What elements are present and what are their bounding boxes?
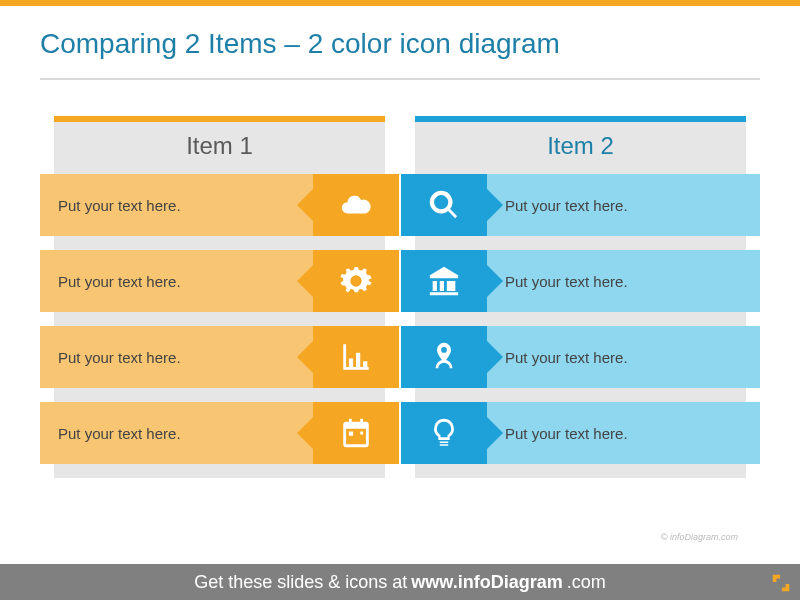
lightbulb-icon	[401, 402, 487, 464]
comparison-content: Item 1 Put your text here. Put your text…	[0, 80, 800, 478]
row-text: Put your text here.	[40, 174, 313, 236]
column-item-2: Item 2 Put your text here. Put your text…	[415, 116, 746, 478]
magnifier-icon	[401, 174, 487, 236]
footer-emphasis: www.infoDiagram	[411, 572, 562, 593]
watermark-text: © infoDiagram.com	[661, 532, 738, 542]
list-item: Put your text here.	[54, 250, 385, 312]
gears-icon	[313, 250, 399, 312]
row-text: Put your text here.	[40, 402, 313, 464]
column-1-rows: Put your text here. Put your text here. …	[54, 174, 385, 464]
cloud-icon	[313, 174, 399, 236]
calendar-icon	[313, 402, 399, 464]
footer-suffix: .com	[567, 572, 606, 593]
list-item: Put your text here.	[415, 402, 746, 464]
row-text: Put your text here.	[487, 402, 760, 464]
list-item: Put your text here.	[415, 174, 746, 236]
footer-prefix: Get these slides & icons at	[194, 572, 407, 593]
column-item-1: Item 1 Put your text here. Put your text…	[54, 116, 385, 478]
slide-title: Comparing 2 Items – 2 color icon diagram	[0, 6, 800, 60]
row-text: Put your text here.	[487, 174, 760, 236]
row-text: Put your text here.	[487, 326, 760, 388]
bar-chart-icon	[313, 326, 399, 388]
row-text: Put your text here.	[40, 250, 313, 312]
list-item: Put your text here.	[415, 326, 746, 388]
row-text: Put your text here.	[40, 326, 313, 388]
bank-icon	[401, 250, 487, 312]
list-item: Put your text here.	[54, 174, 385, 236]
list-item: Put your text here.	[54, 326, 385, 388]
row-text: Put your text here.	[487, 250, 760, 312]
column-2-rows: Put your text here. Put your text here. …	[415, 174, 746, 464]
list-item: Put your text here.	[54, 402, 385, 464]
column-1-heading: Item 1	[54, 122, 385, 174]
column-2-heading: Item 2	[415, 122, 746, 174]
footer-bar: Get these slides & icons at www.infoDiag…	[0, 564, 800, 600]
footer-corner-icon	[770, 572, 792, 594]
list-item: Put your text here.	[415, 250, 746, 312]
target-pin-icon	[401, 326, 487, 388]
